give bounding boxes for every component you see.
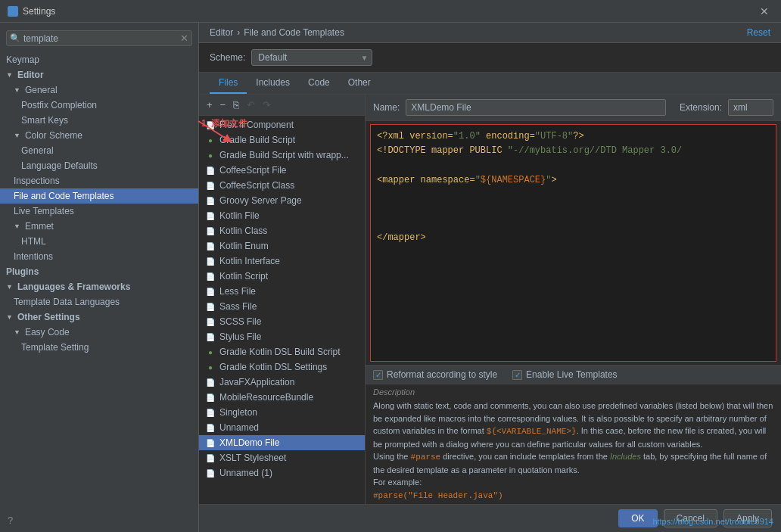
search-input-wrap[interactable]: 🔍 ✕ bbox=[6, 30, 192, 46]
add-file-button[interactable]: + bbox=[204, 98, 216, 112]
file-item[interactable]: 📄 CoffeeScript File bbox=[199, 163, 365, 178]
sidebar-item-smart-keys[interactable]: Smart Keys bbox=[0, 113, 198, 128]
file-item[interactable]: 📄 CoffeeScript Class bbox=[199, 178, 365, 193]
sidebar-item-html[interactable]: HTML bbox=[0, 234, 198, 249]
right-panel: Name: Extension: <?xml version="1.0" enc… bbox=[366, 95, 781, 504]
code-line: <!DOCTYPE mapper PUBLIC "-//mybatis.org/… bbox=[377, 144, 770, 158]
name-row: Name: Extension: bbox=[366, 95, 781, 121]
file-item[interactable]: 📄 Kotlin Script bbox=[199, 269, 365, 284]
sidebar-item-template-setting[interactable]: Template Setting bbox=[0, 340, 198, 355]
file-item[interactable]: 📄 Stylus File bbox=[199, 329, 365, 344]
file-icon: ● bbox=[205, 150, 216, 160]
code-line bbox=[377, 158, 770, 173]
file-name: Unnamed (1) bbox=[219, 468, 272, 478]
file-item[interactable]: 📄 Unnamed bbox=[199, 420, 365, 435]
tab-includes[interactable]: Includes bbox=[247, 73, 299, 94]
file-item[interactable]: 📄 SCSS File bbox=[199, 314, 365, 329]
reset-button[interactable]: Reset bbox=[747, 27, 770, 38]
sidebar-item-label: Emmet bbox=[25, 221, 54, 232]
reformat-checkbox[interactable]: ✓ Reformat according to style bbox=[373, 369, 497, 380]
clear-search-icon[interactable]: ✕ bbox=[180, 33, 188, 44]
file-item[interactable]: 📄 Less File bbox=[199, 284, 365, 299]
name-input[interactable] bbox=[406, 99, 666, 116]
file-item[interactable]: 📄 Unnamed (1) bbox=[199, 465, 365, 481]
file-item[interactable]: 📄 Sass File bbox=[199, 299, 365, 314]
scheme-select[interactable]: Default Project bbox=[251, 49, 372, 66]
scheme-select-wrap: Default Project ▼ bbox=[251, 49, 372, 66]
file-item[interactable]: ● Gradle Kotlin DSL Settings bbox=[199, 359, 365, 375]
sidebar-item-languages[interactable]: ▼ Languages & Frameworks bbox=[0, 279, 198, 294]
file-item[interactable]: ● Gradle Build Script with wrapp... bbox=[199, 148, 365, 163]
sidebar-item-inspections[interactable]: Inspections bbox=[0, 173, 198, 188]
sidebar-item-easy-code[interactable]: ▼ Easy Code bbox=[0, 325, 198, 340]
tab-files[interactable]: Files bbox=[210, 73, 247, 94]
main-container: 🔍 ✕ Keymap ▼ Editor ▼ General Postfix Co… bbox=[0, 23, 781, 532]
file-icon: 📄 bbox=[205, 210, 216, 221]
sidebar-item-template-data[interactable]: Template Data Languages bbox=[0, 294, 198, 310]
tab-code[interactable]: Code bbox=[299, 73, 339, 94]
tab-other[interactable]: Other bbox=[339, 73, 380, 94]
search-input[interactable] bbox=[23, 33, 177, 44]
file-name: Unnamed bbox=[219, 422, 259, 433]
file-item[interactable]: 📄 Kotlin File bbox=[199, 208, 365, 223]
cancel-button[interactable]: Cancel bbox=[664, 509, 717, 527]
file-item[interactable]: 📄 Kotlin Interface bbox=[199, 254, 365, 269]
close-button[interactable]: ✕ bbox=[755, 4, 773, 19]
help-button[interactable]: ? bbox=[8, 515, 13, 526]
sidebar-item-keymap[interactable]: Keymap bbox=[0, 52, 198, 67]
file-item[interactable]: ● Gradle Build Script bbox=[199, 132, 365, 148]
file-item[interactable]: 📄 Singleton bbox=[199, 405, 365, 420]
sidebar-item-label: Languages & Frameworks bbox=[17, 282, 130, 292]
file-item[interactable]: 📄 Groovy Server Page bbox=[199, 193, 365, 208]
file-item-xmldemo[interactable]: 📄 XMLDemo File bbox=[199, 435, 365, 450]
file-item[interactable]: 📄 Kotlin Enum bbox=[199, 238, 365, 254]
file-name: Flex 4 Component bbox=[219, 120, 294, 130]
code-line: <mapper namespace="${NAMESPACE}"> bbox=[377, 173, 770, 188]
copy-file-button[interactable]: ⎘ bbox=[230, 98, 242, 112]
sidebar-item-postfix[interactable]: Postfix Completion bbox=[0, 98, 198, 113]
triangle-icon: ▼ bbox=[6, 71, 13, 79]
checkbox-icon: ✓ bbox=[373, 370, 383, 380]
undo-button[interactable]: ↶ bbox=[244, 98, 258, 112]
file-name: Less File bbox=[219, 286, 256, 297]
file-icon: 📄 bbox=[205, 241, 216, 251]
sidebar-item-plugins[interactable]: Plugins bbox=[0, 264, 198, 279]
sidebar-item-editor[interactable]: ▼ Editor bbox=[0, 67, 198, 82]
sidebar-item-live-templates[interactable]: Live Templates bbox=[0, 204, 198, 219]
file-item[interactable]: 📄 JavaFXApplication bbox=[199, 375, 365, 390]
file-item[interactable]: 📄 XSLT Stylesheet bbox=[199, 450, 365, 465]
sidebar-item-color-scheme[interactable]: ▼ Color Scheme bbox=[0, 128, 198, 143]
sidebar-item-emmet[interactable]: ▼ Emmet bbox=[0, 219, 198, 234]
file-name: Gradle Build Script bbox=[219, 135, 295, 145]
ok-button[interactable]: OK bbox=[618, 509, 657, 527]
code-editor[interactable]: <?xml version="1.0" encoding="UTF-8"?> <… bbox=[370, 124, 776, 362]
file-name: Kotlin File bbox=[219, 210, 260, 221]
live-templates-checkbox[interactable]: ✓ Enable Live Templates bbox=[512, 369, 618, 380]
ext-input[interactable] bbox=[728, 99, 773, 116]
file-item[interactable]: 📄 MobileResourceBundle bbox=[199, 390, 365, 405]
apply-button[interactable]: Apply bbox=[723, 509, 772, 527]
remove-file-button[interactable]: − bbox=[217, 98, 229, 112]
file-icon: 📄 bbox=[205, 422, 216, 433]
sidebar-item-other-settings[interactable]: ▼ Other Settings bbox=[0, 310, 198, 325]
sidebar-section: Keymap ▼ Editor ▼ General Postfix Comple… bbox=[0, 51, 198, 356]
tabs-row: Files Includes Code Other bbox=[199, 73, 781, 95]
file-list-toolbar: + − ⎘ ↶ ↷ bbox=[199, 95, 365, 116]
triangle-icon: ▼ bbox=[14, 222, 20, 230]
sidebar-item-label: General bbox=[25, 85, 58, 95]
sidebar-item-intentions[interactable]: Intentions bbox=[0, 249, 198, 264]
file-name: Singleton bbox=[219, 407, 257, 418]
file-icon: 📄 bbox=[205, 301, 216, 312]
sidebar-item-general[interactable]: ▼ General bbox=[0, 82, 198, 98]
sidebar-item-general2[interactable]: General bbox=[0, 143, 198, 158]
bottom-bar: OK Cancel Apply bbox=[199, 504, 781, 532]
sidebar-item-file-templates[interactable]: File and Code Templates bbox=[0, 188, 198, 204]
file-item[interactable]: ● Gradle Kotlin DSL Build Script bbox=[199, 344, 365, 359]
file-item[interactable]: 📄 Flex 4 Component bbox=[199, 117, 365, 132]
redo-button[interactable]: ↷ bbox=[260, 98, 274, 112]
triangle-icon: ▼ bbox=[6, 313, 13, 321]
sidebar-item-lang-defaults[interactable]: Language Defaults bbox=[0, 158, 198, 173]
file-name: CoffeeScript File bbox=[219, 165, 286, 176]
file-item[interactable]: 📄 Kotlin Class bbox=[199, 223, 365, 238]
file-list: 📄 Flex 4 Component ● Gradle Build Script… bbox=[199, 116, 365, 504]
